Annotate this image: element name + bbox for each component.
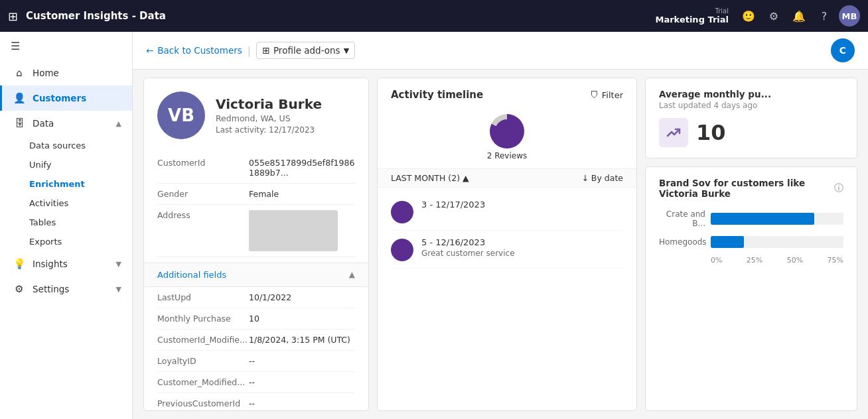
field-row-monthly-purchase: Monthly Purchase 10 [157, 308, 355, 329]
period-expand-icon: ▲ [463, 173, 469, 183]
activity-item-1: 5 - 12/16/2023 Great customer service [391, 231, 623, 269]
sidebar-item-insights[interactable]: 💡 Insights ▼ [0, 251, 132, 276]
period-label[interactable]: LAST MONTH (2) ▲ [391, 173, 469, 183]
bar-fill-0 [711, 213, 814, 225]
ci-logo-text: C [839, 45, 846, 56]
kpi-value-row: 10 [659, 118, 843, 147]
field-row-address: Address 5800 Fake StreetRedmond, WA 9805… [157, 205, 355, 257]
activity-circle [490, 114, 524, 149]
topnav: ⊞ Customer Insights - Data Trial Marketi… [0, 0, 868, 32]
filter-label: Filter [602, 90, 623, 100]
emoji-icon[interactable]: 🙂 [738, 5, 759, 27]
sidebar-item-home[interactable]: ⌂ Home [0, 60, 132, 86]
customers-icon: 👤 [13, 92, 26, 104]
sidebar-item-settings[interactable]: ⚙ Settings ▼ [0, 276, 132, 302]
data-icon: 🗄 [13, 117, 26, 129]
kpi-value: 10 [696, 120, 726, 145]
panels-row: VB Victoria Burke Redmond, WA, US Last a… [133, 70, 868, 419]
breadcrumb-area: ← Back to Customers | ⊞ Profile add-ons … [146, 42, 820, 59]
app-title: Customer Insights - Data [26, 10, 655, 22]
back-to-customers-button[interactable]: ← Back to Customers [146, 45, 242, 56]
trial-name: Marketing Trial [655, 15, 729, 25]
field-value-customer-modified: -- [249, 377, 255, 387]
brand-title: Brand Sov for customers like Victoria Bu… [659, 178, 834, 199]
bar-row-0: Crate and B... [659, 210, 843, 228]
sidebar-item-label-data: Data [33, 118, 54, 129]
filter-icon: ⛉ [590, 90, 599, 100]
field-row-previous-customerid: PreviousCustomerId -- [157, 393, 355, 411]
profile-addons-button[interactable]: ⊞ Profile add-ons ▼ [256, 42, 355, 59]
trial-info: Trial Marketing Trial [655, 7, 729, 25]
additional-fields-header[interactable]: Additional fields ▲ [144, 263, 368, 287]
field-label-customerid: CustomerId [157, 158, 244, 168]
trending-up-icon [666, 125, 682, 141]
insights-icon: 💡 [13, 258, 26, 270]
brand-info-icon[interactable]: ⓘ [834, 182, 843, 194]
axis-label-1: 25% [747, 256, 762, 265]
settings-icon[interactable]: ⚙ [763, 5, 784, 27]
field-row-loyaltyid: LoyaltyID -- [157, 351, 355, 372]
filter-button[interactable]: ⛉ Filter [590, 90, 623, 100]
field-value-customerid: 055e8517899d5ef8f19861889b7... [249, 158, 355, 178]
activity-title: Activity timeline [391, 89, 483, 101]
additional-fields-label: Additional fields [157, 270, 226, 280]
brand-title-row: Brand Sov for customers like Victoria Bu… [659, 178, 843, 199]
grid-icon[interactable]: ⊞ [8, 9, 18, 23]
activity-period-bar: LAST MONTH (2) ▲ ↓ By date [378, 168, 636, 188]
settings-sidebar-icon: ⚙ [13, 283, 26, 295]
help-icon[interactable]: ? [814, 5, 835, 27]
activity-dot-1 [391, 239, 413, 261]
field-label-previous-customerid: PreviousCustomerId [157, 398, 244, 408]
kpi-card: Average monthly pu... Last updated 4 day… [645, 78, 857, 158]
activity-item-value-0: 3 - 12/17/2023 [421, 200, 485, 210]
user-avatar[interactable]: MB [839, 5, 860, 27]
sidebar-item-customers[interactable]: 👤 Customers [0, 86, 132, 111]
sidebar-item-activities[interactable]: Activities [0, 194, 132, 213]
sidebar-hamburger[interactable]: ☰ [0, 32, 132, 60]
sidebar-item-unify[interactable]: Unify [0, 155, 132, 174]
profile-addons-icon: ⊞ [262, 45, 270, 56]
customer-panel: VB Victoria Burke Redmond, WA, US Last a… [143, 78, 369, 411]
activity-circle-label: 2 Reviews [487, 151, 528, 160]
field-value-lastupd: 10/1/2022 [249, 292, 291, 302]
sort-button[interactable]: ↓ By date [581, 173, 623, 183]
sidebar-item-data-sources[interactable]: Data sources [0, 136, 132, 155]
sidebar-item-data[interactable]: 🗄 Data ▲ [0, 111, 132, 136]
axis-label-3: 75% [828, 256, 843, 265]
field-row-lastupd: LastUpd 10/1/2022 [157, 287, 355, 308]
brand-card: Brand Sov for customers like Victoria Bu… [645, 166, 857, 411]
profile-addons-label: Profile add-ons [273, 45, 340, 56]
activity-items: 3 - 12/17/2023 5 - 12/16/2023 Great cust… [378, 188, 636, 274]
customer-info: Victoria Burke Redmond, WA, US Last acti… [216, 96, 322, 135]
additional-fields-toggle-icon: ▲ [349, 270, 355, 279]
activity-header: Activity timeline ⛉ Filter [378, 78, 636, 106]
sidebar-item-exports[interactable]: Exports [0, 232, 132, 251]
field-label-gender: Gender [157, 189, 244, 199]
bar-track-1 [711, 236, 843, 248]
activity-item-content-1: 5 - 12/16/2023 Great customer service [421, 237, 515, 258]
activity-item-content-0: 3 - 12/17/2023 [421, 200, 485, 210]
bell-icon[interactable]: 🔔 [788, 5, 810, 27]
field-row-gender: Gender Female [157, 184, 355, 205]
axis-label-0: 0% [711, 256, 722, 265]
home-icon: ⌂ [13, 67, 26, 79]
sidebar-item-label-insights: Insights [33, 259, 68, 269]
activity-item-0: 3 - 12/17/2023 [391, 193, 623, 231]
sidebar-item-label-settings: Settings [33, 284, 69, 294]
topnav-right: Trial Marketing Trial 🙂 ⚙ 🔔 ? MB [655, 5, 860, 27]
additional-fields-body: LastUpd 10/1/2022 Monthly Purchase 10 Cu… [144, 287, 368, 411]
customer-name: Victoria Burke [216, 96, 322, 112]
sidebar: ☰ ⌂ Home 👤 Customers 🗄 Data ▲ Data sourc… [0, 32, 133, 419]
bar-fill-1 [711, 236, 744, 248]
sidebar-item-tables[interactable]: Tables [0, 213, 132, 232]
back-label: Back to Customers [157, 45, 242, 56]
sidebar-item-enrichment[interactable]: Enrichment [0, 174, 132, 194]
field-label-customer-modified: Customer_Modified... [157, 377, 244, 387]
back-arrow-icon: ← [146, 45, 153, 56]
sidebar-item-label-home: Home [33, 68, 59, 78]
activity-dot-0 [391, 201, 413, 223]
ci-logo: C [831, 38, 855, 62]
field-label-address: Address [157, 210, 244, 220]
trial-label: Trial [715, 7, 729, 15]
field-value-address: 5800 Fake StreetRedmond, WA 98052US [249, 210, 338, 251]
